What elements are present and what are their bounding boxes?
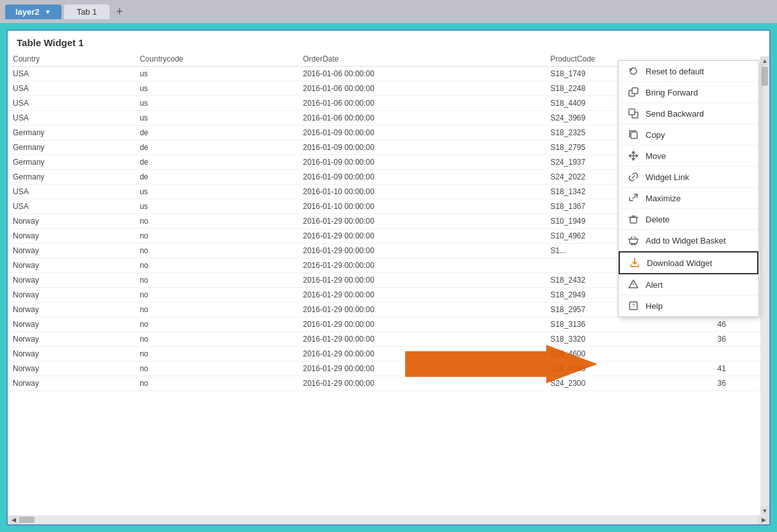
menu-item-label-send-backward: Send Backward — [646, 109, 704, 119]
table-cell: 2016-01-09 00:00:00 — [297, 170, 545, 185]
col-country: Country — [8, 52, 135, 67]
table-cell: 2016-01-29 00:00:00 — [297, 288, 545, 303]
move-icon — [628, 150, 639, 162]
col-countrycode: Countrycode — [135, 52, 298, 67]
table-cell: Germany — [8, 126, 135, 140]
context-menu-item-download[interactable]: Download Widget — [619, 251, 758, 274]
menu-item-label-widget-link: Widget Link — [646, 172, 689, 182]
table-cell: 2016-01-29 00:00:00 — [297, 317, 545, 332]
table-cell: S18_3136 — [545, 317, 712, 332]
table-cell: no — [135, 258, 298, 273]
context-menu-item-widget-link[interactable]: Widget Link — [619, 167, 758, 188]
table-row: Norwayno2016-01-29 00:00:00S18_4600 — [8, 347, 769, 362]
table-cell: no — [135, 288, 298, 303]
table-cell: us — [135, 111, 298, 126]
context-menu-item-alert[interactable]: Alert — [619, 274, 758, 295]
svg-rect-1 — [632, 88, 638, 94]
svg-point-6 — [631, 244, 633, 245]
svg-rect-4 — [631, 132, 637, 138]
table-cell: 2016-01-06 00:00:00 — [297, 111, 545, 126]
table-cell: de — [135, 126, 298, 140]
menu-item-label-reset: Reset to default — [646, 67, 704, 76]
table-cell: Norway — [8, 376, 135, 391]
scroll-down-arrow[interactable]: ▼ — [760, 506, 769, 515]
table-cell: USA — [8, 111, 135, 126]
table-cell: USA — [8, 67, 135, 81]
scroll-left-arrow[interactable]: ◀ — [8, 515, 19, 524]
menu-item-label-add-basket: Add to Widget Basket — [646, 236, 726, 245]
table-cell: USA — [8, 199, 135, 214]
table-cell: Germany — [8, 170, 135, 185]
table-cell: Norway — [8, 273, 135, 288]
tab-1[interactable]: Tab 1 — [64, 4, 110, 19]
menu-item-label-help: Help — [646, 301, 663, 311]
tab-1-label: Tab 1 — [77, 7, 97, 17]
add-tab-button[interactable]: + — [112, 5, 127, 19]
table-cell: 2016-01-10 00:00:00 — [297, 199, 545, 214]
table-cell: USA — [8, 185, 135, 199]
context-menu-item-copy[interactable]: Copy — [619, 124, 758, 145]
table-cell: no — [135, 214, 298, 229]
table-cell: Norway — [8, 317, 135, 332]
context-menu-item-delete[interactable]: Delete — [619, 209, 758, 230]
table-cell: no — [135, 376, 298, 391]
table-cell: 2016-01-10 00:00:00 — [297, 185, 545, 199]
link-icon — [628, 171, 639, 183]
table-cell: Norway — [8, 288, 135, 303]
context-menu-item-move[interactable]: Move — [619, 145, 758, 167]
table-row: Norwayno2016-01-29 00:00:00S18_313646 — [8, 317, 769, 332]
table-cell: 2016-01-29 00:00:00 — [297, 244, 545, 258]
basket-icon — [628, 235, 639, 246]
table-cell: us — [135, 81, 298, 96]
table-cell: S18_3320 — [545, 332, 712, 347]
help-icon: ? — [628, 300, 639, 312]
table-cell: Norway — [8, 258, 135, 273]
menu-item-label-move: Move — [646, 151, 666, 161]
active-tab[interactable]: layer2 ▼ — [5, 4, 62, 19]
svg-text:?: ? — [631, 303, 635, 309]
table-cell: 2016-01-06 00:00:00 — [297, 96, 545, 111]
scroll-right-arrow[interactable]: ▶ — [758, 515, 769, 524]
scroll-up-arrow[interactable]: ▲ — [760, 56, 769, 65]
table-cell: S18_4668 — [545, 362, 712, 376]
table-cell: 2016-01-29 00:00:00 — [297, 347, 545, 362]
widget-title: Table Widget 1 — [8, 31, 769, 52]
context-menu-item-add-basket[interactable]: Add to Widget Basket — [619, 230, 758, 251]
tab-dropdown-arrow[interactable]: ▼ — [45, 8, 51, 15]
table-cell: 2016-01-29 00:00:00 — [297, 214, 545, 229]
col-orderdate: OrderDate — [297, 52, 545, 67]
svg-point-7 — [634, 244, 635, 245]
table-cell: 2016-01-29 00:00:00 — [297, 362, 545, 376]
scroll-thumb-vertical[interactable] — [762, 67, 768, 86]
table-cell: 2016-01-06 00:00:00 — [297, 67, 545, 81]
send-backward-icon — [628, 108, 639, 119]
context-menu: Reset to default Bring Forward Send Back… — [618, 60, 759, 317]
table-cell: 2016-01-29 00:00:00 — [297, 303, 545, 317]
svg-rect-5 — [630, 217, 637, 223]
table-cell: Norway — [8, 347, 135, 362]
table-cell: 2016-01-09 00:00:00 — [297, 155, 545, 170]
table-cell: de — [135, 155, 298, 170]
table-cell: us — [135, 199, 298, 214]
context-menu-item-send-backward[interactable]: Send Backward — [619, 103, 758, 124]
context-menu-item-maximize[interactable]: Maximize — [619, 188, 758, 209]
table-cell: 2016-01-09 00:00:00 — [297, 140, 545, 155]
delete-icon — [628, 213, 639, 225]
context-menu-item-reset[interactable]: Reset to default — [619, 61, 758, 82]
table-cell: no — [135, 229, 298, 244]
context-menu-item-help[interactable]: ? Help — [619, 295, 758, 317]
table-cell: Germany — [8, 140, 135, 155]
table-cell: Norway — [8, 229, 135, 244]
table-cell: no — [135, 273, 298, 288]
context-menu-item-bring-forward[interactable]: Bring Forward — [619, 82, 758, 103]
horizontal-scrollbar[interactable]: ◀ ▶ — [8, 515, 769, 524]
table-cell: 2016-01-29 00:00:00 — [297, 258, 545, 273]
menu-item-label-download: Download Widget — [647, 258, 712, 268]
table-cell: no — [135, 303, 298, 317]
table-cell: Norway — [8, 303, 135, 317]
main-area: Table Widget 1 Country Countrycode Order… — [0, 23, 777, 532]
table-cell: 2016-01-29 00:00:00 — [297, 332, 545, 347]
table-cell: Germany — [8, 155, 135, 170]
widget-container: Table Widget 1 Country Countrycode Order… — [6, 29, 771, 526]
vertical-scrollbar[interactable]: ▲ ▼ — [760, 56, 769, 515]
